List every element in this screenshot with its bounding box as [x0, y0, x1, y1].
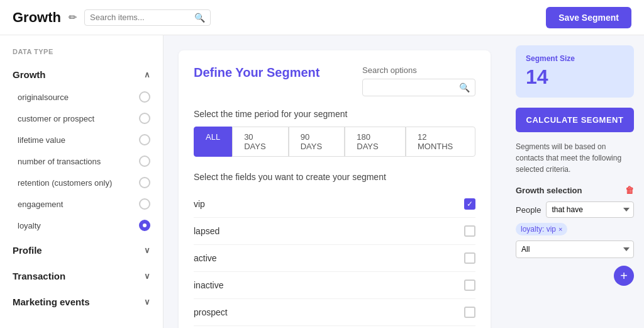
radio-engagement[interactable] [139, 198, 150, 210]
people-row: People that have [516, 201, 634, 218]
header: Growth ✏ 🔍 Save Segment [0, 0, 644, 35]
sidebar-item-originalsource[interactable]: originalsource [0, 86, 163, 108]
radio-loyalty[interactable] [139, 220, 150, 231]
search-options-row: Define Your Segment Search options 🔍 [194, 65, 475, 96]
sidebar-group-growth-label[interactable]: Growth ∧ [0, 63, 163, 86]
field-name-lapsed: lapsed [194, 226, 219, 236]
search-options-label: Search options [362, 65, 475, 75]
page-title: Growth [13, 9, 61, 26]
time-period-label: Select the time period for your segment [194, 109, 475, 119]
search-input[interactable] [90, 13, 191, 22]
edit-icon[interactable]: ✏ [69, 11, 77, 23]
people-label: People [516, 205, 541, 215]
sidebar: Data Type Growth ∧ originalsource custom… [0, 35, 164, 328]
sidebar-item-retention[interactable]: retention (customers only) [0, 172, 163, 193]
tab-180days[interactable]: 180 DAYS [345, 127, 406, 157]
define-segment-card: Define Your Segment Search options 🔍 Sel… [179, 50, 491, 328]
chevron-down-icon-marketing: ∨ [144, 297, 150, 307]
radio-originalsource[interactable] [139, 91, 150, 103]
tag-close-icon[interactable]: × [558, 225, 562, 233]
tab-90days[interactable]: 90 DAYS [289, 127, 345, 157]
sidebar-item-engagement[interactable]: engagement [0, 193, 163, 215]
field-row-vip: vip ✓ [194, 191, 475, 218]
tab-30days[interactable]: 30 DAYS [232, 127, 289, 157]
sidebar-item-number-transactions[interactable]: number of transactions [0, 150, 163, 172]
growth-selection-label: Growth selection 🗑 [516, 185, 634, 195]
define-segment-title: Define Your Segment [194, 65, 319, 80]
save-segment-button[interactable]: Save Segment [546, 7, 631, 28]
radio-retention[interactable] [139, 177, 150, 188]
radio-lifetime-value[interactable] [139, 134, 150, 145]
segment-size-label: Segment Size [526, 54, 624, 63]
search-options-icon: 🔍 [459, 82, 470, 93]
sidebar-group-transaction-label[interactable]: Transaction ∨ [0, 264, 163, 288]
segment-size-card: Segment Size 14 [516, 45, 634, 98]
segment-size-number: 14 [526, 65, 624, 89]
chevron-up-icon: ∧ [144, 70, 150, 79]
search-options-container: Search options 🔍 [362, 65, 475, 96]
checkbox-vip[interactable]: ✓ [464, 198, 475, 210]
tab-all[interactable]: ALL [194, 127, 232, 157]
that-have-select[interactable]: that have [546, 201, 634, 218]
fields-label: Select the fields you want to create you… [194, 172, 475, 182]
time-tabs: ALL 30 DAYS 90 DAYS 180 DAYS 12 MONTHS [194, 127, 475, 157]
field-row-prospect: prospect [194, 299, 475, 326]
chevron-down-icon-transaction: ∨ [144, 271, 150, 281]
all-select[interactable]: All [516, 240, 634, 258]
field-name-vip: vip [194, 199, 205, 209]
field-name-prospect: prospect [194, 307, 228, 317]
sidebar-item-loyalty[interactable]: loyalty [0, 215, 163, 236]
search-bar: 🔍 [84, 9, 211, 26]
field-name-active: active [194, 253, 217, 263]
sidebar-group-growth: Growth ∧ originalsource customer or pros… [0, 63, 163, 236]
sidebar-section-header: Data Type [0, 48, 163, 63]
sidebar-group-marketing-label[interactable]: Marketing events ∨ [0, 290, 163, 314]
calculate-segment-button[interactable]: CALCULATE SEGMENT [516, 108, 634, 132]
field-row-lapsed: lapsed [194, 218, 475, 245]
search-options-input-box: 🔍 [362, 79, 475, 96]
chevron-down-icon-profile: ∨ [144, 246, 150, 255]
main-content: Define Your Segment Search options 🔍 Sel… [164, 35, 506, 328]
search-icon: 🔍 [194, 13, 205, 23]
tab-12months[interactable]: 12 MONTHS [406, 127, 475, 157]
checkbox-active[interactable] [464, 252, 475, 264]
sidebar-group-profile-label[interactable]: Profile ∨ [0, 239, 163, 262]
sidebar-group-marketing-events: Marketing events ∨ [0, 290, 163, 314]
field-row-active: active [194, 245, 475, 272]
search-options-input[interactable] [368, 83, 455, 93]
radio-customer-prospect[interactable] [139, 113, 150, 124]
criteria-text: Segments will be based on contacts that … [516, 141, 634, 175]
field-name-inactive: inactive [194, 280, 223, 290]
sidebar-group-profile: Profile ∨ [0, 239, 163, 262]
sidebar-group-transaction: Transaction ∨ [0, 264, 163, 288]
add-button[interactable]: + [614, 266, 634, 286]
checkbox-prospect[interactable] [464, 307, 475, 318]
checkbox-lapsed[interactable] [464, 225, 475, 237]
sidebar-item-lifetime-value[interactable]: lifetime value [0, 129, 163, 150]
radio-number-transactions[interactable] [139, 156, 150, 167]
sidebar-item-customer-prospect[interactable]: customer or prospect [0, 108, 163, 129]
main-layout: Data Type Growth ∧ originalsource custom… [0, 35, 644, 328]
loyalty-vip-tag: loyalty: vip × [516, 223, 567, 235]
right-panel: Segment Size 14 CALCULATE SEGMENT Segmen… [506, 35, 644, 328]
delete-growth-selection-icon[interactable]: 🗑 [625, 185, 634, 195]
tag-row: loyalty: vip × [516, 223, 634, 235]
checkbox-inactive[interactable] [464, 280, 475, 291]
field-row-inactive: inactive [194, 272, 475, 299]
